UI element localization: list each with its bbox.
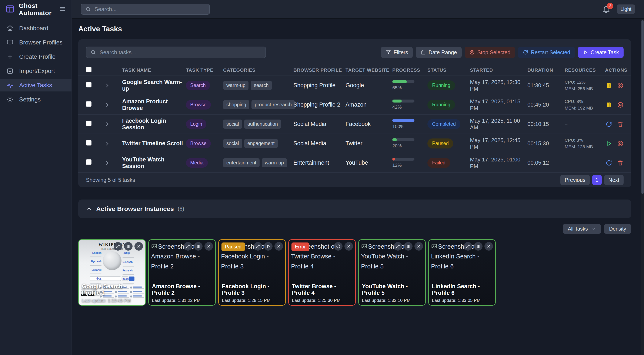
- card-close-button[interactable]: [484, 242, 493, 250]
- card-expand-button[interactable]: [254, 242, 262, 250]
- duration: 00:05:12: [528, 160, 565, 166]
- import-export-icon: [6, 68, 14, 75]
- column-header: TASK TYPE: [186, 68, 223, 73]
- stop-selected-button[interactable]: Stop Selected: [465, 47, 515, 58]
- select-all-checkbox[interactable]: [86, 67, 92, 72]
- card-expand-button[interactable]: [394, 242, 402, 250]
- card-pause-button[interactable]: [124, 242, 132, 250]
- expand-row-icon[interactable]: [104, 82, 122, 88]
- expand-row-icon[interactable]: [104, 102, 122, 108]
- restart-button[interactable]: [605, 159, 613, 167]
- task-categories: socialengagement: [223, 139, 294, 148]
- status-badge: Completed: [428, 119, 460, 129]
- card-controls: [184, 242, 213, 250]
- current-page-button[interactable]: 1: [592, 175, 602, 185]
- row-checkbox[interactable]: [86, 82, 92, 88]
- task-search[interactable]: [86, 46, 266, 58]
- card-pause-button[interactable]: [474, 242, 482, 250]
- notifications-button[interactable]: 3: [602, 5, 610, 14]
- create-task-button[interactable]: Create Task: [578, 47, 624, 58]
- sidebar-item-dashboard[interactable]: Dashboard: [0, 22, 72, 34]
- plus-icon: [6, 53, 14, 60]
- row-checkbox[interactable]: [86, 101, 92, 107]
- pause-icon: [196, 244, 201, 249]
- browser-instance-card[interactable]: Screenshot of YouTube Watch - Profile 5 …: [358, 239, 426, 306]
- card-close-button[interactable]: [204, 242, 213, 250]
- sidebar-item-label: Browser Profiles: [19, 39, 62, 46]
- card-close-button[interactable]: [414, 242, 423, 250]
- card-last-update: Last update: 1:33:05 PM: [432, 298, 493, 303]
- resources: --: [565, 121, 605, 127]
- density-button[interactable]: Density: [604, 224, 631, 234]
- expand-row-icon[interactable]: [104, 140, 122, 146]
- browser-instance-card[interactable]: WIKIPEDIA The Free Encyclopedia EnglishР…: [78, 239, 146, 306]
- previous-page-button[interactable]: Previous: [560, 175, 590, 185]
- gear-icon: [6, 96, 14, 103]
- delete-button[interactable]: [616, 159, 625, 167]
- menu-toggle-icon[interactable]: [59, 5, 66, 14]
- progress-percent: 20%: [392, 143, 428, 149]
- tasks-toolbar: Filters Date Range Stop Selected Restart…: [86, 46, 624, 58]
- card-close-button[interactable]: [134, 242, 143, 250]
- stop-button[interactable]: [616, 101, 625, 109]
- progress-bar: [392, 138, 414, 141]
- stop-button[interactable]: [616, 140, 625, 148]
- card-expand-button[interactable]: [184, 242, 192, 250]
- delete-button[interactable]: [616, 120, 625, 128]
- sidebar-item-active-tasks[interactable]: Active Tasks: [0, 79, 72, 92]
- restart-button[interactable]: [605, 120, 613, 128]
- pause-icon: [476, 244, 480, 249]
- row-actions: [605, 159, 627, 167]
- card-play-button[interactable]: [264, 242, 272, 250]
- card-last-update: Last update: 1:31:22 PM: [152, 298, 214, 303]
- close-icon: [136, 244, 141, 249]
- column-header: ACTIONS: [605, 68, 627, 73]
- task-filter-dropdown[interactable]: All Tasks: [563, 224, 601, 234]
- row-checkbox[interactable]: [86, 120, 92, 126]
- app-logo-icon: [6, 4, 15, 14]
- collapse-section-icon[interactable]: [86, 206, 92, 212]
- card-pause-button[interactable]: [194, 242, 202, 250]
- close-icon: [346, 244, 351, 249]
- card-restart-button[interactable]: [334, 242, 342, 250]
- pagination: Showing 5 of 5 tasks Previous 1 Next: [78, 172, 631, 187]
- next-page-button[interactable]: Next: [604, 175, 624, 185]
- theme-toggle-button[interactable]: Light: [617, 4, 635, 14]
- expand-icon: [186, 244, 190, 249]
- pause-button[interactable]: [605, 101, 613, 109]
- browser-instance-card[interactable]: Screenshot of LinkedIn Search - Profile …: [428, 239, 496, 306]
- expand-row-icon[interactable]: [104, 160, 122, 166]
- browser-instance-card[interactable]: Paused Screenshot of Facebook Login - Pr…: [218, 239, 286, 306]
- sidebar-item-import-export[interactable]: Import/Export: [0, 65, 72, 77]
- sidebar-item-create-profile[interactable]: Create Profile: [0, 50, 72, 63]
- target-website: Google: [346, 82, 392, 89]
- scrollbar-thumb[interactable]: [642, 20, 644, 194]
- global-search[interactable]: [81, 4, 210, 15]
- row-checkbox[interactable]: [86, 159, 92, 165]
- page-scrollbar[interactable]: [641, 19, 644, 355]
- browser-instance-card[interactable]: Error Screenshot of Twitter Browse - Pro…: [288, 239, 356, 306]
- card-pause-button[interactable]: [404, 242, 412, 250]
- browser-instance-card[interactable]: Screenshot of Amazon Browse - Profile 2 …: [148, 239, 216, 306]
- row-checkbox[interactable]: [86, 140, 92, 146]
- stop-button[interactable]: [616, 82, 625, 90]
- card-expand-button[interactable]: [464, 242, 472, 250]
- play-button[interactable]: [605, 140, 613, 148]
- card-expand-button[interactable]: [114, 242, 122, 250]
- date-range-button[interactable]: Date Range: [416, 47, 462, 58]
- column-header: CATEGORIES: [223, 68, 294, 73]
- global-search-input[interactable]: [94, 6, 206, 12]
- restart-selected-button[interactable]: Restart Selected: [518, 47, 575, 58]
- pause-button[interactable]: [605, 82, 613, 90]
- sidebar-item-settings[interactable]: Settings: [0, 94, 72, 106]
- expand-icon: [256, 244, 260, 249]
- card-close-button[interactable]: [344, 242, 353, 250]
- row-actions: [605, 82, 627, 90]
- filters-button[interactable]: Filters: [381, 47, 413, 58]
- card-controls: [254, 242, 283, 250]
- sidebar-item-browser-profiles[interactable]: Browser Profiles: [0, 36, 72, 49]
- task-search-input[interactable]: [100, 49, 262, 56]
- browser-profile: Entertainment: [294, 160, 346, 166]
- card-close-button[interactable]: [274, 242, 283, 250]
- expand-row-icon[interactable]: [104, 121, 122, 127]
